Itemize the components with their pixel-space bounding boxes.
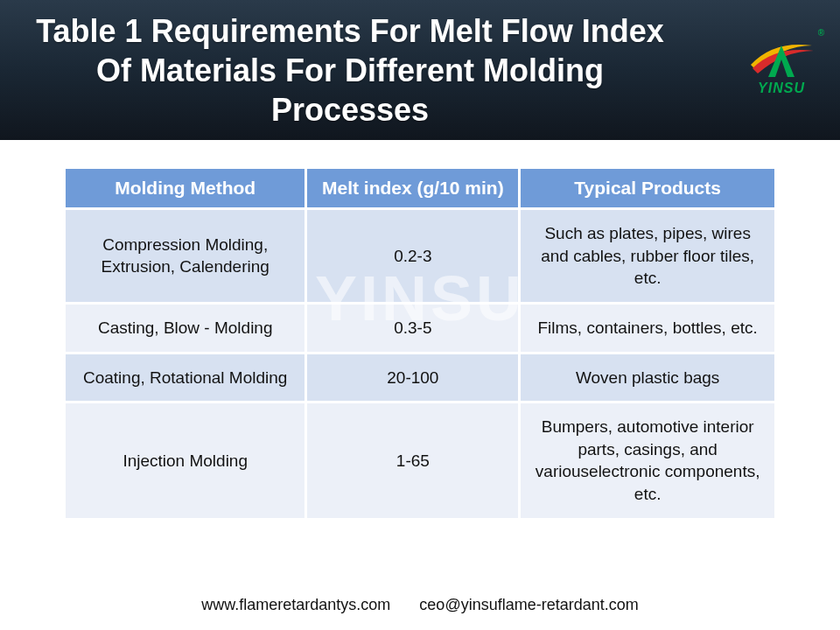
logo-swoosh-icon	[747, 33, 816, 79]
data-table-container: Molding Method Melt index (g/10 min) Typ…	[63, 166, 777, 521]
col-header-products: Typical Products	[520, 168, 776, 209]
cell-index: 0.3-5	[306, 303, 520, 353]
cell-method: Compression Molding, Extrusion, Calender…	[65, 209, 306, 304]
cell-products: Woven plastic bags	[520, 353, 776, 402]
cell-products: Such as plates, pipes, wires and cables,…	[520, 209, 776, 304]
cell-index: 0.2-3	[306, 209, 520, 304]
cell-products: Films, containers, bottles, etc.	[520, 303, 776, 353]
table-row: Injection Molding 1-65 Bumpers, automoti…	[65, 402, 776, 520]
cell-method: Casting, Blow - Molding	[65, 303, 306, 353]
page-title: Table 1 Requirements For Melt Flow Index…	[0, 0, 682, 144]
cell-method: Injection Molding	[65, 402, 306, 520]
header-bar: Table 1 Requirements For Melt Flow Index…	[0, 0, 840, 140]
table-row: Casting, Blow - Molding 0.3-5 Films, con…	[65, 303, 776, 353]
cell-method: Coating, Rotational Molding	[65, 353, 306, 402]
table-row: Coating, Rotational Molding 20-100 Woven…	[65, 353, 776, 402]
slide: Table 1 Requirements For Melt Flow Index…	[0, 0, 840, 630]
brand-logo: ® YINSU	[747, 33, 816, 96]
col-header-index: Melt index (g/10 min)	[306, 168, 520, 209]
logo-text: YINSU	[747, 80, 816, 96]
footer: www.flameretardantys.com ceo@yinsuflame-…	[0, 596, 840, 614]
registered-mark-icon: ®	[818, 28, 824, 38]
cell-index: 20-100	[306, 353, 520, 402]
cell-index: 1-65	[306, 402, 520, 520]
cell-products: Bumpers, automotive interior parts, casi…	[520, 402, 776, 520]
melt-flow-table: Molding Method Melt index (g/10 min) Typ…	[63, 166, 777, 521]
table-row: Compression Molding, Extrusion, Calender…	[65, 209, 776, 304]
col-header-method: Molding Method	[65, 168, 306, 209]
footer-email: ceo@yinsuflame-retardant.com	[419, 596, 638, 613]
table-header-row: Molding Method Melt index (g/10 min) Typ…	[65, 168, 776, 209]
footer-url: www.flameretardantys.com	[201, 596, 390, 613]
